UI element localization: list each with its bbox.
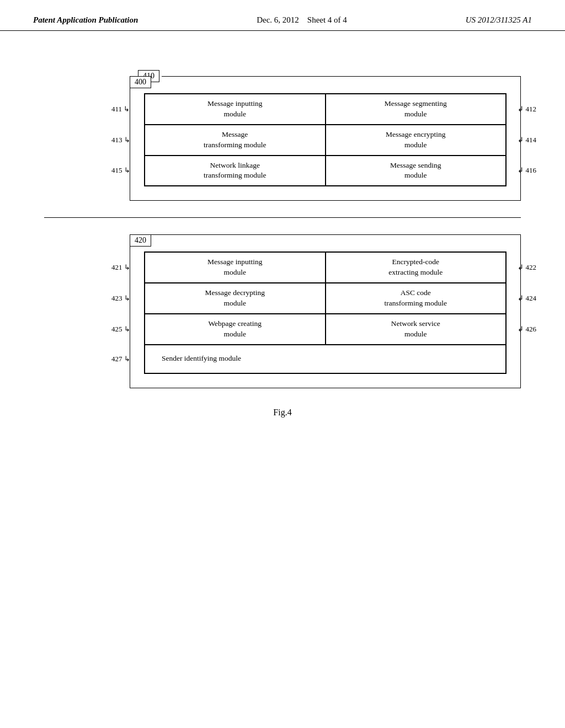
- ref-414: ↲ 414: [518, 136, 536, 144]
- module-424: ASC codetransforming module: [326, 283, 507, 314]
- module-423: Message decryptingmodule: [145, 283, 326, 314]
- module-425: Webpage creatingmodule: [145, 314, 326, 345]
- header-publication-label: Patent Application Publication: [33, 15, 138, 25]
- ref-421: 421 ↳: [111, 263, 130, 272]
- page: Patent Application Publication Dec. 6, 2…: [0, 0, 565, 728]
- module-427: Sender identifying module: [145, 345, 506, 373]
- module-421: Message inputtingmodule: [145, 252, 326, 283]
- module-415: Network linkagetransforming module: [145, 156, 326, 186]
- module-413: Messagetransforming module: [145, 125, 326, 156]
- outer-box-420: 421 ↳ Message inputtingmodule Encrypted-…: [130, 234, 521, 388]
- page-header: Patent Application Publication Dec. 6, 2…: [0, 0, 565, 31]
- ref-413: 413 ↳: [111, 136, 130, 144]
- modules-grid-400: 411 ↳ Message inputtingmodule Message se…: [144, 93, 507, 186]
- ref-427: 427 ↳: [111, 355, 130, 363]
- ref-426: ↲ 426: [518, 325, 536, 334]
- section-divider: [44, 217, 521, 218]
- module-414: Message encryptingmodule: [326, 125, 507, 156]
- outer-box-400: 410 411 ↳ Message inputtingmodule Messag…: [130, 76, 521, 201]
- ref-425: 425 ↳: [111, 325, 130, 334]
- ref-422: ↲ 422: [518, 263, 536, 272]
- header-date: Dec. 6, 2012: [257, 15, 299, 24]
- header-sheet: Sheet 4 of 4: [307, 15, 347, 24]
- header-center: Dec. 6, 2012 Sheet 4 of 4: [257, 15, 347, 25]
- module-426: Network servicemodule: [326, 314, 507, 345]
- module-412: Message segmentingmodule: [326, 94, 507, 125]
- ref-411: 411 ↳: [111, 105, 130, 114]
- header-patent-number: US 2012/311325 A1: [466, 15, 532, 25]
- module-416: Message sendingmodule: [326, 156, 507, 186]
- figure-caption-text: Fig.4: [273, 408, 291, 417]
- figure-caption: Fig.4: [44, 408, 521, 417]
- diagram-420: 420 421 ↳ Message inputtingmodule Encryp…: [44, 234, 521, 388]
- module-422: Encrypted-codeextracting module: [326, 252, 507, 283]
- content-area: 400 410 411 ↳ Message inputtingmodule: [0, 31, 565, 440]
- modules-grid-420: 421 ↳ Message inputtingmodule Encrypted-…: [144, 251, 507, 373]
- ref-412: ↲ 412: [518, 105, 536, 114]
- module-411: Message inputtingmodule: [145, 94, 326, 125]
- diagram-400: 400 410 411 ↳ Message inputtingmodule: [44, 76, 521, 201]
- label-400: 400: [130, 76, 151, 88]
- ref-424: ↲ 424: [518, 294, 536, 303]
- ref-415: 415 ↳: [111, 166, 130, 175]
- ref-416: ↲ 416: [518, 166, 536, 175]
- label-420: 420: [130, 234, 151, 247]
- ref-423: 423 ↳: [111, 294, 130, 303]
